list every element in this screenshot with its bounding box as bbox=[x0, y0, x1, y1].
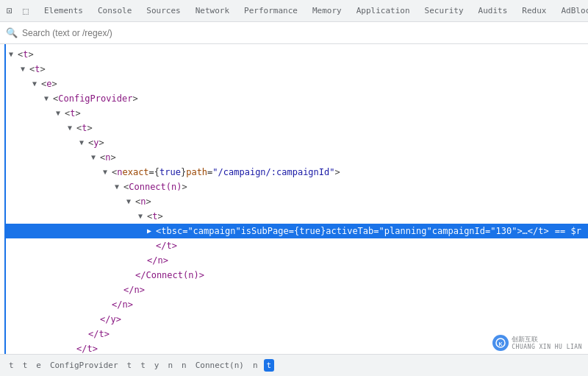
tree-row[interactable]: ▼ <ConfigProvider> bbox=[6, 91, 588, 106]
tab-audits[interactable]: Audits bbox=[471, 0, 515, 22]
tree-row[interactable]: ▼ <t> bbox=[6, 47, 588, 62]
svg-text:K: K bbox=[499, 341, 503, 347]
breadcrumb-item[interactable]: t bbox=[20, 359, 31, 372]
search-input[interactable] bbox=[22, 28, 582, 38]
tree-row[interactable]: ▼ <n> bbox=[6, 194, 588, 209]
toggle-arrow[interactable]: ▼ bbox=[32, 77, 41, 91]
main-content: ▼ <t> ▼ <t> ▼ <e> ▼ <ConfigProvider> ▼ <… bbox=[0, 44, 588, 354]
tree-row[interactable]: ▼ <e> bbox=[6, 77, 588, 91]
toggle-arrow[interactable]: ▼ bbox=[9, 48, 18, 61]
tree-row[interactable]: ▼ <t> bbox=[6, 121, 588, 135]
tab-redux[interactable]: Redux bbox=[514, 0, 553, 22]
tree-row[interactable]: ▼ <y> bbox=[6, 135, 588, 150]
tree-container[interactable]: ▼ <t> ▼ <t> ▼ <e> ▼ <ConfigProvider> ▼ <… bbox=[6, 44, 588, 354]
tree-row[interactable]: ▼ <t> bbox=[6, 62, 588, 77]
tab-memory[interactable]: Memory bbox=[305, 0, 349, 22]
toggle-arrow[interactable]: ▼ bbox=[115, 180, 123, 194]
cursor-icon[interactable]: ⬚ bbox=[19, 4, 32, 18]
tree-row[interactable]: ▼ <Connect(n)> bbox=[6, 180, 588, 194]
breadcrumb-item[interactable]: y bbox=[151, 359, 162, 372]
gutter-line bbox=[4, 44, 6, 354]
toggle-arrow[interactable]: ▼ bbox=[91, 151, 100, 164]
tab-console[interactable]: Console bbox=[90, 0, 139, 22]
toggle-arrow[interactable]: ▼ bbox=[138, 210, 147, 223]
tab-security[interactable]: Security bbox=[417, 0, 471, 22]
toggle-arrow[interactable]: ▼ bbox=[44, 92, 53, 105]
selected-tree-row[interactable]: ▶ <t bsc="campaign" isSubPage={true} act… bbox=[6, 224, 588, 238]
left-gutter bbox=[0, 44, 6, 354]
search-magnifier-icon: 🔍 bbox=[6, 27, 18, 38]
breadcrumb-item[interactable]: n bbox=[165, 359, 176, 372]
breadcrumb-item[interactable]: ConfigProvider bbox=[47, 359, 121, 372]
toggle-arrow[interactable]: ▼ bbox=[126, 195, 135, 208]
devtools-icons: ⊡ ⬚ bbox=[3, 4, 32, 18]
tab-network[interactable]: Network bbox=[188, 0, 237, 22]
breadcrumb-item[interactable]: t bbox=[124, 359, 135, 372]
tab-bar: ⊡ ⬚ Elements Console Sources Network Per… bbox=[0, 0, 588, 22]
watermark-logo: K bbox=[492, 335, 509, 351]
breadcrumb-item-active[interactable]: t bbox=[264, 359, 275, 372]
watermark: K 创新互联 CHUANG XIN HU LIAN bbox=[492, 335, 582, 351]
dock-icon[interactable]: ⊡ bbox=[3, 4, 16, 18]
tree-row[interactable]: ▶ </t> bbox=[6, 238, 588, 253]
tree-row[interactable]: ▼ <n exact={true} path="/campaign/:campa… bbox=[6, 165, 588, 180]
watermark-text: 创新互联 CHUANG XIN HU LIAN bbox=[512, 336, 582, 350]
tree-row[interactable]: ▶ </n> bbox=[6, 297, 588, 312]
tree-row[interactable]: ▼ <t> bbox=[6, 106, 588, 121]
breadcrumb-item[interactable]: t bbox=[137, 359, 148, 372]
equals-sign: == $r bbox=[555, 224, 581, 238]
tree-row[interactable]: ▶ </y> bbox=[6, 312, 588, 327]
search-bar: 🔍 bbox=[0, 22, 588, 44]
breadcrumb-bar: t t e ConfigProvider t t y n n Connect(n… bbox=[0, 354, 588, 376]
tree-row[interactable]: ▶ </n> bbox=[6, 253, 588, 268]
toggle-arrow[interactable]: ▼ bbox=[68, 121, 76, 135]
toggle-arrow[interactable]: ▼ bbox=[79, 136, 88, 149]
breadcrumb-item[interactable]: Connect(n) bbox=[193, 359, 247, 372]
tree-row[interactable]: ▶ </Connect(n)> bbox=[6, 268, 588, 283]
toggle-arrow[interactable]: ▶ bbox=[147, 224, 156, 238]
breadcrumb-item[interactable]: n bbox=[179, 359, 190, 372]
tab-elements[interactable]: Elements bbox=[37, 0, 90, 22]
tab-application[interactable]: Application bbox=[349, 0, 417, 22]
tab-performance[interactable]: Performance bbox=[237, 0, 305, 22]
toggle-arrow[interactable]: ▼ bbox=[103, 166, 112, 179]
toggle-arrow[interactable]: ▼ bbox=[56, 107, 65, 120]
tree-row[interactable]: ▼ <t> bbox=[6, 209, 588, 224]
breadcrumb-item[interactable]: t bbox=[6, 359, 17, 372]
toggle-arrow[interactable]: ▼ bbox=[21, 63, 29, 76]
breadcrumb-item[interactable]: e bbox=[33, 359, 44, 372]
tab-sources[interactable]: Sources bbox=[139, 0, 187, 22]
breadcrumb-item[interactable]: n bbox=[250, 359, 261, 372]
tree-row[interactable]: ▼ <n> bbox=[6, 150, 588, 165]
tab-adblock[interactable]: AdBlock bbox=[553, 0, 588, 22]
tree-row[interactable]: ▶ </n> bbox=[6, 283, 588, 297]
